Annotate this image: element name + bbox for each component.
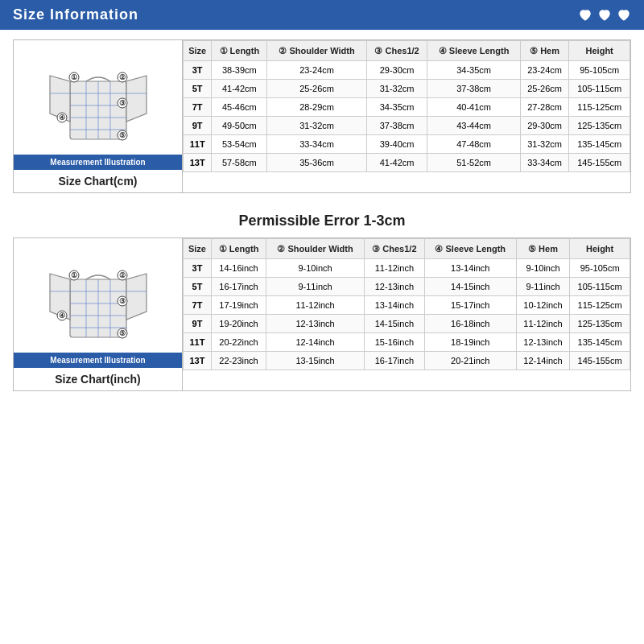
heart-icon-2 [597,8,612,23]
data-cell: 12-14inch [516,352,570,370]
col-sleeve-cm: ④ Sleeve Length [427,41,520,61]
data-cell: 11-12inch [364,259,424,278]
col-length-inch: ① Length [211,239,266,259]
data-cell: 14-15inch [364,315,424,333]
data-cell: 38-39cm [212,61,267,80]
illustration-label-inch: Measurement Illustration [14,353,182,368]
left-panel-cm: ① ② ③ ④ ⑤ Measurement Illustration Size … [14,40,183,192]
table-row: 7T17-19inch11-12inch13-14inch15-17inch10… [184,296,630,315]
main-content: ① ② ③ ④ ⑤ Measurement Illustration Size … [0,30,644,409]
col-chest-cm: ③ Ches1/2 [366,41,427,61]
size-block-cm: ① ② ③ ④ ⑤ Measurement Illustration Size … [13,39,631,193]
data-cell: 17-19inch [211,296,266,315]
right-panel-cm: Size ① Length ② Shoulder Width ③ Ches1/2… [183,40,630,192]
svg-text:③: ③ [119,297,126,305]
data-cell: 18-19inch [424,333,516,352]
data-cell: 12-13inch [516,333,570,352]
data-cell: 20-22inch [211,333,266,352]
data-cell: 39-40cm [366,135,427,154]
heart-icon-3 [617,8,631,23]
data-cell: 135-145cm [569,135,630,154]
header: Size Information [0,0,644,30]
data-cell: 9-11inch [516,278,570,296]
data-cell: 13-15inch [266,352,365,370]
col-shoulder-inch: ② Shoulder Width [266,239,365,259]
data-cell: 37-38cm [366,117,427,135]
svg-marker-24 [126,274,147,320]
size-cell: 13T [184,352,212,370]
data-cell: 34-35cm [427,61,520,80]
table-row: 3T14-16inch9-10inch11-12inch13-14inch9-1… [184,259,630,278]
data-cell: 23-24cm [520,61,569,80]
svg-text:④: ④ [59,312,65,320]
data-cell: 23-24cm [267,61,366,80]
data-cell: 25-26cm [267,80,366,98]
illustration-label-cm: Measurement Illustration [14,155,182,170]
svg-text:③: ③ [119,99,126,107]
data-cell: 105-115cm [569,80,630,98]
table-row: 13T57-58cm35-36cm41-42cm51-52cm33-34cm14… [184,154,630,172]
size-chart-label-inch: Size Chart(inch) [52,368,144,390]
col-chest-inch: ③ Ches1/2 [364,239,424,259]
data-cell: 15-16inch [364,333,424,352]
header-icons [578,8,631,23]
data-cell: 9-11inch [266,278,365,296]
svg-marker-2 [126,76,147,122]
svg-text:⑤: ⑤ [119,131,126,139]
table-row: 11T53-54cm33-34cm39-40cm47-48cm31-32cm13… [184,135,630,154]
table-row: 11T20-22inch12-14inch15-16inch18-19inch1… [184,333,630,352]
size-cell: 3T [184,259,212,278]
data-cell: 135-145cm [570,333,630,352]
size-cell: 5T [184,278,212,296]
data-cell: 10-12inch [516,296,570,315]
data-cell: 145-155cm [570,352,630,370]
permissible-error: Permissible Error 1-3cm [13,201,631,237]
table-header-cm: Size ① Length ② Shoulder Width ③ Ches1/2… [184,41,630,61]
data-cell: 53-54cm [212,135,267,154]
table-header-inch: Size ① Length ② Shoulder Width ③ Ches1/2… [184,239,630,259]
table-row: 13T22-23inch13-15inch16-17inch20-21inch1… [184,352,630,370]
size-table-cm: Size ① Length ② Shoulder Width ③ Ches1/2… [183,40,630,172]
illustration-cm: ① ② ③ ④ ⑤ [41,40,155,155]
col-size-cm: Size [184,41,212,61]
size-cell: 11T [184,333,212,352]
data-cell: 12-13inch [364,278,424,296]
data-cell: 34-35cm [366,98,427,117]
data-cell: 29-30cm [366,61,427,80]
sweater-illustration-cm: ① ② ③ ④ ⑤ [46,45,151,150]
heart-icon-1 [578,8,592,23]
size-chart-label-cm: Size Chart(cm) [55,170,140,192]
table-row: 9T49-50cm31-32cm37-38cm43-44cm29-30cm125… [184,117,630,135]
svg-text:⑤: ⑤ [119,329,126,337]
size-cell: 9T [184,117,212,135]
data-cell: 27-28cm [520,98,569,117]
data-cell: 49-50cm [212,117,267,135]
data-cell: 14-16inch [211,259,266,278]
data-cell: 33-34cm [267,135,366,154]
table-row: 9T19-20inch12-13inch14-15inch16-18inch11… [184,315,630,333]
data-cell: 115-125cm [570,296,630,315]
data-cell: 28-29cm [267,98,366,117]
data-cell: 15-17inch [424,296,516,315]
data-cell: 12-14inch [266,333,365,352]
col-size-inch: Size [184,239,212,259]
svg-text:②: ② [119,271,126,279]
col-height-inch: Height [570,239,630,259]
size-cell: 7T [184,98,212,117]
sweater-illustration-inch: ① ② ③ ④ ⑤ [46,243,151,348]
data-cell: 33-34cm [520,154,569,172]
table-row: 7T45-46cm28-29cm34-35cm40-41cm27-28cm115… [184,98,630,117]
table-row: 5T16-17inch9-11inch12-13inch14-15inch9-1… [184,278,630,296]
size-cell: 5T [184,80,212,98]
data-cell: 105-115cm [570,278,630,296]
data-cell: 31-32cm [366,80,427,98]
data-cell: 31-32cm [267,117,366,135]
data-cell: 16-17inch [211,278,266,296]
right-panel-inch: Size ① Length ② Shoulder Width ③ Ches1/2… [183,238,630,390]
data-cell: 31-32cm [520,135,569,154]
data-cell: 11-12inch [516,315,570,333]
data-cell: 14-15inch [424,278,516,296]
col-sleeve-inch: ④ Sleeve Length [424,239,516,259]
size-cell: 9T [184,315,212,333]
data-cell: 115-125cm [569,98,630,117]
